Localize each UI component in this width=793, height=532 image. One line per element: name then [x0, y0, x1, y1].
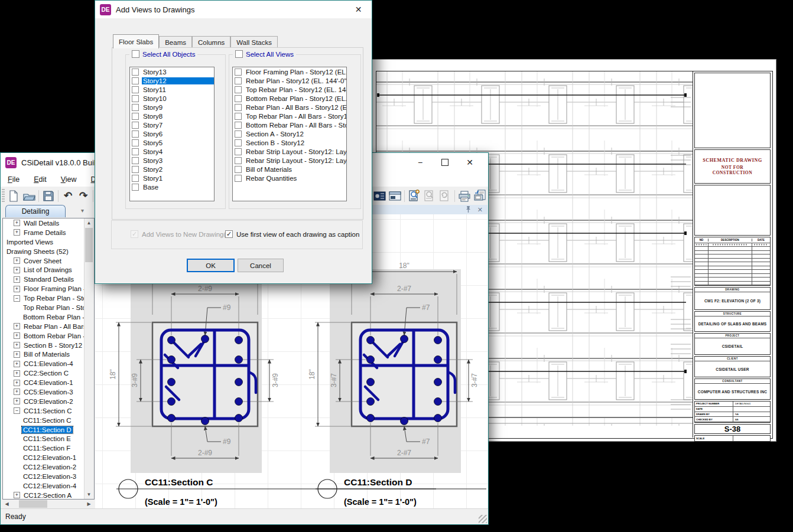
list-item[interactable]: Bill of Materials [233, 165, 346, 174]
tree-horizontal-scrollbar[interactable]: ◀ ▶ [2, 500, 95, 509]
item-checkbox[interactable] [132, 175, 139, 182]
tree-item-cc11-section-d[interactable]: CC11:Section D [3, 425, 94, 435]
list-item[interactable]: Story12 [130, 76, 214, 85]
tree-item-top-rebar-plan-story12[interactable]: Top Rebar Plan - Story12 [3, 303, 94, 312]
expand-icon[interactable]: + [14, 229, 20, 236]
add-view-icon[interactable] [407, 188, 422, 204]
item-checkbox[interactable] [132, 148, 139, 155]
item-checkbox[interactable] [132, 122, 139, 129]
item-checkbox[interactable] [235, 68, 242, 76]
list-item[interactable]: Story5 [130, 138, 214, 147]
expand-icon[interactable]: + [14, 361, 20, 367]
tree-item-cc2-section-c[interactable]: +CC2:Section C [3, 368, 94, 378]
close-button[interactable]: ✕ [457, 153, 482, 172]
item-checkbox[interactable] [132, 184, 139, 191]
open-file-button[interactable] [21, 188, 37, 204]
list-item[interactable]: Story2 [130, 165, 214, 174]
tree-item-bottom-rebar-plan-all-bars[interactable]: +Bottom Rebar Plan - All Bars [3, 331, 94, 341]
tree-item-standard-details[interactable]: +Standard Details [3, 275, 94, 284]
expand-icon[interactable]: + [14, 332, 20, 339]
item-checkbox[interactable] [235, 95, 242, 102]
new-file-button[interactable] [6, 188, 21, 204]
expand-icon[interactable]: + [14, 220, 20, 226]
list-item[interactable]: Top Rebar Plan - All Bars - Story12 (EL.… [233, 112, 346, 120]
scroll-up-icon[interactable]: ▲ [84, 218, 93, 227]
objects-list[interactable]: Story13Story12Story11Story10Story9Story8… [129, 67, 214, 201]
tree-item-cc11-section-c[interactable]: CC11:Section C [3, 416, 94, 425]
cancel-button[interactable]: Cancel [238, 259, 284, 272]
item-checkbox[interactable] [235, 175, 242, 182]
use-first-view-checkbox[interactable] [225, 230, 233, 238]
list-item[interactable]: Story4 [130, 147, 214, 156]
item-checkbox[interactable] [132, 95, 139, 102]
item-checkbox[interactable] [235, 130, 242, 138]
list-item[interactable]: Rebar Strip Layout - Story12: Layer B [233, 156, 346, 165]
tree-item-wall-details[interactable]: +Wall Details [3, 218, 94, 228]
item-checkbox[interactable] [235, 139, 242, 146]
tree-item-cc11-section-e[interactable]: CC11:Section E [3, 434, 94, 443]
list-item[interactable]: Story11 [130, 85, 214, 94]
list-item[interactable]: Story6 [130, 129, 214, 138]
item-checkbox[interactable] [235, 113, 242, 120]
item-checkbox[interactable] [132, 130, 139, 138]
tree-item-list-of-drawings[interactable]: +List of Drawings [3, 265, 94, 275]
item-checkbox[interactable] [132, 68, 139, 76]
list-item[interactable]: Bottom Rebar Plan - Story12 (EL. 144'-0"… [233, 94, 346, 103]
list-item[interactable]: Story3 [130, 156, 214, 165]
resize-grip[interactable] [479, 515, 487, 523]
item-checkbox[interactable] [235, 148, 242, 155]
list-item[interactable]: Top Rebar Plan - Story12 (EL. 144'-0") [233, 85, 346, 94]
tab-beams[interactable]: Beams [159, 36, 192, 48]
minimize-button[interactable]: − [408, 153, 433, 172]
expand-icon[interactable]: + [14, 380, 20, 386]
tree-item-cc12-elevation-2[interactable]: CC12:Elevation-2 [3, 462, 94, 472]
scroll-down-icon[interactable]: ▼ [84, 490, 93, 499]
tree-item-top-rebar-plan-story12[interactable]: −Top Rebar Plan - Story12 [3, 293, 94, 303]
panel-close-icon[interactable]: ✕ [477, 206, 483, 214]
list-item[interactable]: Story13 [130, 67, 214, 76]
dialog-close-button[interactable]: ✕ [345, 1, 372, 18]
expand-icon[interactable]: + [14, 351, 20, 358]
list-item[interactable]: Story1 [130, 174, 214, 182]
expand-icon[interactable]: + [14, 276, 20, 283]
viewport-layout-icon[interactable] [387, 188, 402, 204]
toolbar-grip[interactable] [2, 189, 5, 203]
tree-item-rebar-plan-all-bars-story12[interactable]: +Rebar Plan - All Bars - Story12 [3, 322, 94, 331]
list-item[interactable]: Section B - Story12 [233, 138, 346, 147]
item-checkbox[interactable] [132, 104, 139, 111]
tree-item-cover-sheet[interactable]: +Cover Sheet [3, 256, 94, 266]
ok-button[interactable]: OK [187, 259, 235, 272]
item-checkbox[interactable] [235, 157, 242, 164]
tree-item-imported-views[interactable]: Imported Views [3, 237, 94, 247]
expand-icon[interactable]: + [14, 286, 20, 292]
list-item[interactable]: Base [130, 182, 214, 191]
save-button[interactable] [41, 188, 56, 204]
menu-edit[interactable]: Edit [27, 175, 54, 184]
tab-wall-stacks[interactable]: Wall Stacks [230, 36, 278, 48]
list-item[interactable]: Story10 [130, 94, 214, 103]
tree-item-bottom-rebar-plan-story12[interactable]: Bottom Rebar Plan - Story12 [3, 312, 94, 322]
item-checkbox[interactable] [132, 157, 139, 164]
list-item[interactable]: Floor Framing Plan - Story12 (EL. 144'-0… [233, 67, 346, 76]
item-checkbox[interactable] [132, 166, 139, 173]
list-item[interactable]: Story8 [130, 112, 214, 120]
menu-file[interactable]: File [1, 175, 27, 184]
item-checkbox[interactable] [132, 86, 139, 93]
undo-button[interactable]: ↶ [60, 188, 76, 204]
tree-item-cc11-section-c[interactable]: −CC11:Section C [3, 406, 94, 416]
expand-icon[interactable]: + [14, 398, 20, 404]
collapse-icon[interactable]: − [14, 407, 20, 414]
dialog-title-bar[interactable]: DE Add Views to Drawings ✕ [95, 1, 372, 18]
expand-icon[interactable]: + [14, 257, 20, 264]
select-all-views-checkbox[interactable] [235, 50, 243, 58]
list-item[interactable]: Rebar Plan - All Bars - Story12 (EL. 144… [233, 103, 346, 112]
horizontal-scroll-thumb[interactable] [19, 500, 47, 508]
list-item[interactable]: Rebar Plan - Story12 (EL. 144'-0") [233, 76, 346, 85]
viewport-single-icon[interactable] [372, 188, 387, 204]
item-checkbox[interactable] [235, 77, 242, 84]
item-checkbox[interactable] [235, 86, 242, 93]
tab-floor-slabs[interactable]: Floor Slabs [113, 34, 159, 48]
tab-detailing[interactable]: Detailing [5, 205, 66, 217]
print-preview-icon[interactable] [472, 188, 488, 204]
expand-icon[interactable]: + [14, 323, 20, 329]
